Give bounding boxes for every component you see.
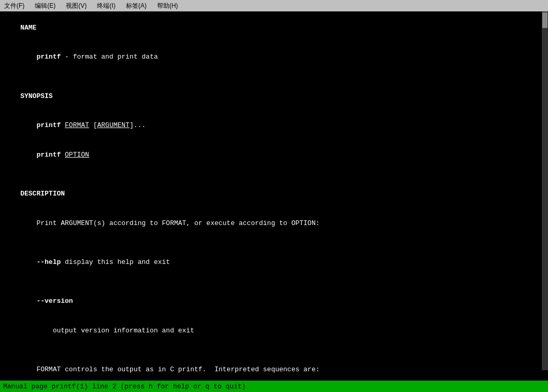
format-desc-line: FORMAT controls the output as in C print… [4,356,544,381]
menu-help[interactable]: 帮助(H) [155,1,180,11]
help-line: --help display this help and exit [4,248,544,277]
menubar: 文件(F) 编辑(E) 视图(V) 终端(I) 标签(A) 帮助(H) [0,0,548,11]
blank-5 [4,346,544,356]
statusbar-text: Manual page printf(1) line 2 (press h fo… [3,383,246,390]
menu-tabs[interactable]: 标签(A) [124,1,149,11]
description-section-header: DESCRIPTION [4,179,544,209]
menu-edit[interactable]: 编辑(E) [33,1,58,11]
blank-1 [4,72,544,82]
synopsis-section-header: SYNOPSIS [4,82,544,111]
terminal-content: NAME printf - printf - format and print … [0,11,548,381]
scrollbar-thumb[interactable] [542,12,547,28]
statusbar: Manual page printf(1) line 2 (press h fo… [0,381,548,392]
version-desc-line: output version information and exit [4,316,544,346]
blank-2 [4,170,544,180]
synopsis-line1: printf FORMAT [ARGUMENT]... [4,111,544,141]
menu-view[interactable]: 视图(V) [64,1,89,11]
scrollbar[interactable] [542,11,548,370]
name-content: printf - printf - format and print dataf… [4,43,544,73]
menu-terminal[interactable]: 终端(I) [95,1,117,11]
name-section-header: NAME [4,13,544,43]
blank-3 [4,238,544,248]
synopsis-line2: printf OPTION [4,141,544,170]
desc-line1: Print ARGUMENT(s) according to FORMAT, o… [4,209,544,239]
blank-4 [4,277,544,287]
version-line: --version [4,287,544,317]
menu-file[interactable]: 文件(F) [2,1,26,11]
